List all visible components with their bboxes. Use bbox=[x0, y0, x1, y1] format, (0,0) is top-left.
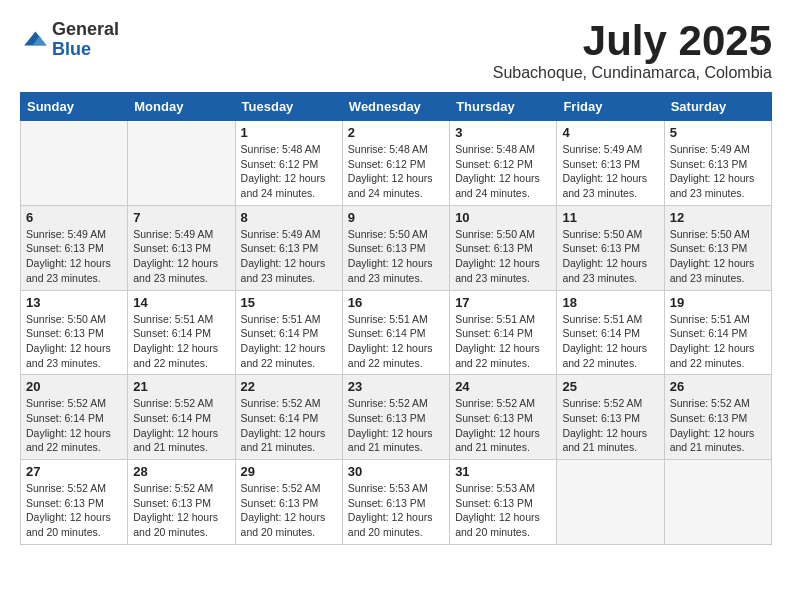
calendar-table: SundayMondayTuesdayWednesdayThursdayFrid… bbox=[20, 92, 772, 545]
day-number: 30 bbox=[348, 464, 444, 479]
day-info: Sunrise: 5:48 AM Sunset: 6:12 PM Dayligh… bbox=[348, 142, 444, 201]
calendar-cell: 17Sunrise: 5:51 AM Sunset: 6:14 PM Dayli… bbox=[450, 290, 557, 375]
calendar-cell: 20Sunrise: 5:52 AM Sunset: 6:14 PM Dayli… bbox=[21, 375, 128, 460]
calendar-cell: 10Sunrise: 5:50 AM Sunset: 6:13 PM Dayli… bbox=[450, 205, 557, 290]
weekday-header-friday: Friday bbox=[557, 93, 664, 121]
day-number: 8 bbox=[241, 210, 337, 225]
day-number: 6 bbox=[26, 210, 122, 225]
day-number: 21 bbox=[133, 379, 229, 394]
day-info: Sunrise: 5:53 AM Sunset: 6:13 PM Dayligh… bbox=[348, 481, 444, 540]
calendar-cell bbox=[664, 460, 771, 545]
calendar-cell: 1Sunrise: 5:48 AM Sunset: 6:12 PM Daylig… bbox=[235, 121, 342, 206]
calendar-week-2: 6Sunrise: 5:49 AM Sunset: 6:13 PM Daylig… bbox=[21, 205, 772, 290]
day-info: Sunrise: 5:51 AM Sunset: 6:14 PM Dayligh… bbox=[455, 312, 551, 371]
day-info: Sunrise: 5:52 AM Sunset: 6:13 PM Dayligh… bbox=[670, 396, 766, 455]
calendar-cell: 27Sunrise: 5:52 AM Sunset: 6:13 PM Dayli… bbox=[21, 460, 128, 545]
page-header: General Blue July 2025 Subachoque, Cundi… bbox=[20, 20, 772, 82]
logo: General Blue bbox=[20, 20, 119, 60]
day-info: Sunrise: 5:52 AM Sunset: 6:13 PM Dayligh… bbox=[348, 396, 444, 455]
day-number: 18 bbox=[562, 295, 658, 310]
day-number: 11 bbox=[562, 210, 658, 225]
logo-blue-text: Blue bbox=[52, 40, 119, 60]
day-info: Sunrise: 5:50 AM Sunset: 6:13 PM Dayligh… bbox=[455, 227, 551, 286]
calendar-cell bbox=[21, 121, 128, 206]
logo-general-text: General bbox=[52, 20, 119, 40]
day-number: 28 bbox=[133, 464, 229, 479]
weekday-header-thursday: Thursday bbox=[450, 93, 557, 121]
day-info: Sunrise: 5:49 AM Sunset: 6:13 PM Dayligh… bbox=[26, 227, 122, 286]
day-info: Sunrise: 5:50 AM Sunset: 6:13 PM Dayligh… bbox=[348, 227, 444, 286]
day-number: 4 bbox=[562, 125, 658, 140]
day-number: 2 bbox=[348, 125, 444, 140]
calendar-cell: 28Sunrise: 5:52 AM Sunset: 6:13 PM Dayli… bbox=[128, 460, 235, 545]
day-info: Sunrise: 5:52 AM Sunset: 6:13 PM Dayligh… bbox=[26, 481, 122, 540]
day-info: Sunrise: 5:50 AM Sunset: 6:13 PM Dayligh… bbox=[26, 312, 122, 371]
day-info: Sunrise: 5:52 AM Sunset: 6:13 PM Dayligh… bbox=[455, 396, 551, 455]
day-info: Sunrise: 5:49 AM Sunset: 6:13 PM Dayligh… bbox=[241, 227, 337, 286]
calendar-header: SundayMondayTuesdayWednesdayThursdayFrid… bbox=[21, 93, 772, 121]
day-number: 9 bbox=[348, 210, 444, 225]
day-number: 26 bbox=[670, 379, 766, 394]
calendar-cell: 15Sunrise: 5:51 AM Sunset: 6:14 PM Dayli… bbox=[235, 290, 342, 375]
weekday-header-tuesday: Tuesday bbox=[235, 93, 342, 121]
day-number: 25 bbox=[562, 379, 658, 394]
day-info: Sunrise: 5:49 AM Sunset: 6:13 PM Dayligh… bbox=[670, 142, 766, 201]
calendar-cell: 4Sunrise: 5:49 AM Sunset: 6:13 PM Daylig… bbox=[557, 121, 664, 206]
calendar-week-5: 27Sunrise: 5:52 AM Sunset: 6:13 PM Dayli… bbox=[21, 460, 772, 545]
weekday-header-monday: Monday bbox=[128, 93, 235, 121]
day-info: Sunrise: 5:51 AM Sunset: 6:14 PM Dayligh… bbox=[133, 312, 229, 371]
calendar-week-1: 1Sunrise: 5:48 AM Sunset: 6:12 PM Daylig… bbox=[21, 121, 772, 206]
calendar-cell: 3Sunrise: 5:48 AM Sunset: 6:12 PM Daylig… bbox=[450, 121, 557, 206]
day-number: 29 bbox=[241, 464, 337, 479]
day-info: Sunrise: 5:51 AM Sunset: 6:14 PM Dayligh… bbox=[348, 312, 444, 371]
logo-text: General Blue bbox=[52, 20, 119, 60]
calendar-cell: 2Sunrise: 5:48 AM Sunset: 6:12 PM Daylig… bbox=[342, 121, 449, 206]
day-info: Sunrise: 5:53 AM Sunset: 6:13 PM Dayligh… bbox=[455, 481, 551, 540]
day-info: Sunrise: 5:48 AM Sunset: 6:12 PM Dayligh… bbox=[455, 142, 551, 201]
day-number: 24 bbox=[455, 379, 551, 394]
calendar-cell: 5Sunrise: 5:49 AM Sunset: 6:13 PM Daylig… bbox=[664, 121, 771, 206]
day-info: Sunrise: 5:52 AM Sunset: 6:14 PM Dayligh… bbox=[241, 396, 337, 455]
day-number: 27 bbox=[26, 464, 122, 479]
calendar-cell: 30Sunrise: 5:53 AM Sunset: 6:13 PM Dayli… bbox=[342, 460, 449, 545]
day-info: Sunrise: 5:50 AM Sunset: 6:13 PM Dayligh… bbox=[562, 227, 658, 286]
calendar-week-4: 20Sunrise: 5:52 AM Sunset: 6:14 PM Dayli… bbox=[21, 375, 772, 460]
calendar-cell: 25Sunrise: 5:52 AM Sunset: 6:13 PM Dayli… bbox=[557, 375, 664, 460]
day-number: 16 bbox=[348, 295, 444, 310]
calendar-cell: 26Sunrise: 5:52 AM Sunset: 6:13 PM Dayli… bbox=[664, 375, 771, 460]
calendar-cell: 21Sunrise: 5:52 AM Sunset: 6:14 PM Dayli… bbox=[128, 375, 235, 460]
calendar-cell bbox=[128, 121, 235, 206]
weekday-header-row: SundayMondayTuesdayWednesdayThursdayFrid… bbox=[21, 93, 772, 121]
calendar-cell: 18Sunrise: 5:51 AM Sunset: 6:14 PM Dayli… bbox=[557, 290, 664, 375]
calendar-cell: 29Sunrise: 5:52 AM Sunset: 6:13 PM Dayli… bbox=[235, 460, 342, 545]
calendar-cell: 12Sunrise: 5:50 AM Sunset: 6:13 PM Dayli… bbox=[664, 205, 771, 290]
calendar-cell: 31Sunrise: 5:53 AM Sunset: 6:13 PM Dayli… bbox=[450, 460, 557, 545]
day-number: 19 bbox=[670, 295, 766, 310]
calendar-cell: 7Sunrise: 5:49 AM Sunset: 6:13 PM Daylig… bbox=[128, 205, 235, 290]
day-number: 17 bbox=[455, 295, 551, 310]
day-info: Sunrise: 5:52 AM Sunset: 6:13 PM Dayligh… bbox=[241, 481, 337, 540]
calendar-cell: 6Sunrise: 5:49 AM Sunset: 6:13 PM Daylig… bbox=[21, 205, 128, 290]
calendar-cell bbox=[557, 460, 664, 545]
day-info: Sunrise: 5:52 AM Sunset: 6:14 PM Dayligh… bbox=[26, 396, 122, 455]
day-info: Sunrise: 5:49 AM Sunset: 6:13 PM Dayligh… bbox=[562, 142, 658, 201]
day-number: 20 bbox=[26, 379, 122, 394]
calendar-cell: 19Sunrise: 5:51 AM Sunset: 6:14 PM Dayli… bbox=[664, 290, 771, 375]
day-info: Sunrise: 5:52 AM Sunset: 6:13 PM Dayligh… bbox=[562, 396, 658, 455]
calendar-cell: 11Sunrise: 5:50 AM Sunset: 6:13 PM Dayli… bbox=[557, 205, 664, 290]
day-number: 1 bbox=[241, 125, 337, 140]
day-number: 14 bbox=[133, 295, 229, 310]
day-info: Sunrise: 5:52 AM Sunset: 6:14 PM Dayligh… bbox=[133, 396, 229, 455]
month-title: July 2025 bbox=[493, 20, 772, 62]
day-number: 5 bbox=[670, 125, 766, 140]
day-info: Sunrise: 5:50 AM Sunset: 6:13 PM Dayligh… bbox=[670, 227, 766, 286]
weekday-header-saturday: Saturday bbox=[664, 93, 771, 121]
day-info: Sunrise: 5:52 AM Sunset: 6:13 PM Dayligh… bbox=[133, 481, 229, 540]
calendar-cell: 9Sunrise: 5:50 AM Sunset: 6:13 PM Daylig… bbox=[342, 205, 449, 290]
day-number: 15 bbox=[241, 295, 337, 310]
calendar-body: 1Sunrise: 5:48 AM Sunset: 6:12 PM Daylig… bbox=[21, 121, 772, 545]
day-number: 23 bbox=[348, 379, 444, 394]
day-info: Sunrise: 5:51 AM Sunset: 6:14 PM Dayligh… bbox=[562, 312, 658, 371]
title-block: July 2025 Subachoque, Cundinamarca, Colo… bbox=[493, 20, 772, 82]
calendar-cell: 8Sunrise: 5:49 AM Sunset: 6:13 PM Daylig… bbox=[235, 205, 342, 290]
